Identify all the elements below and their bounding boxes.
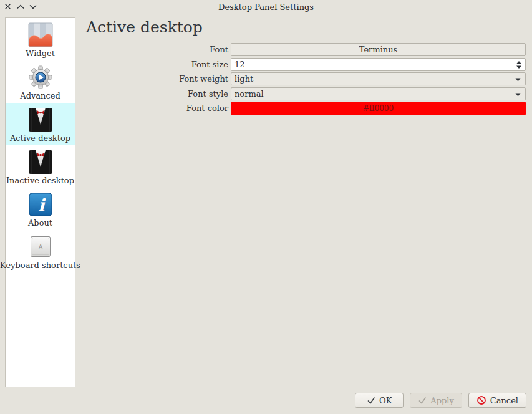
font-style-dropdown[interactable]: normal — [231, 87, 526, 100]
check-icon — [367, 397, 375, 404]
cancel-button-label: Cancel — [490, 396, 518, 405]
widget-chart-icon — [28, 22, 53, 47]
window-title: Desktop Panel Settings — [0, 2, 532, 12]
sidebar: Widget — [5, 17, 75, 387]
font-weight-dropdown[interactable]: light — [231, 72, 526, 85]
font-value: Terminus — [359, 45, 397, 54]
sidebar-item-active-desktop[interactable]: Active desktop — [6, 103, 75, 145]
font-size-row: Font size 12 — [81, 58, 526, 71]
apply-button[interactable]: Apply — [410, 393, 462, 408]
font-style-label: Font style — [81, 89, 231, 99]
font-style-row: Font style normal — [81, 87, 526, 100]
font-color-button[interactable]: #ff0000 — [231, 102, 526, 115]
keyboard-key-icon: A — [28, 234, 53, 259]
font-chooser-button[interactable]: Terminus — [231, 43, 526, 56]
sidebar-item-label: Advanced — [20, 91, 60, 101]
svg-text:A: A — [38, 244, 42, 250]
font-color-row: Font color #ff0000 — [81, 102, 526, 115]
sidebar-item-about[interactable]: i About — [6, 188, 75, 230]
font-label: Font — [81, 45, 231, 54]
tuxedo-icon — [28, 107, 53, 132]
settings-form: Font Terminus Font size 12 Font weight l… — [81, 43, 526, 117]
chevron-down-icon — [515, 93, 521, 97]
font-style-value: normal — [235, 89, 264, 99]
sidebar-item-label: Widget — [26, 49, 55, 59]
font-size-label: Font size — [81, 60, 231, 69]
apply-button-label: Apply — [430, 396, 454, 405]
sidebar-item-label: Keyboard shortcuts — [0, 261, 80, 271]
tuxedo-icon — [28, 150, 53, 175]
sidebar-item-widget[interactable]: Widget — [6, 18, 75, 60]
font-size-value: 12 — [235, 60, 245, 69]
sidebar-item-inactive-desktop[interactable]: Inactive desktop — [6, 145, 75, 188]
sidebar-item-label: About — [28, 218, 52, 228]
titlebar: Desktop Panel Settings — [0, 0, 532, 15]
dialog-footer: OK Apply Cancel — [355, 393, 526, 408]
sidebar-item-keyboard-shortcuts[interactable]: A Keyboard shortcuts — [6, 230, 75, 272]
spinner-arrows-icon[interactable] — [516, 60, 522, 69]
font-color-label: Font color — [81, 104, 231, 113]
cancel-button[interactable]: Cancel — [468, 393, 526, 408]
font-row: Font Terminus — [81, 43, 526, 56]
font-weight-label: Font weight — [81, 74, 231, 84]
sidebar-item-label: Active desktop — [10, 133, 70, 143]
ok-button-label: OK — [379, 396, 392, 405]
font-weight-row: Font weight light — [81, 72, 526, 85]
sidebar-item-advanced[interactable]: Advanced — [6, 60, 75, 103]
font-size-spinner[interactable]: 12 — [231, 58, 526, 71]
chevron-down-icon — [515, 78, 521, 82]
info-icon: i — [28, 192, 53, 217]
ok-button[interactable]: OK — [355, 393, 404, 408]
font-color-value: #ff0000 — [363, 104, 394, 113]
font-weight-value: light — [235, 74, 253, 84]
page-title: Active desktop — [86, 18, 203, 36]
check-icon — [418, 397, 427, 404]
no-sign-icon — [476, 395, 486, 405]
desktop-panel-settings-window: Desktop Panel Settings — [0, 0, 532, 414]
gear-icon — [28, 65, 53, 90]
sidebar-item-label: Inactive desktop — [6, 176, 74, 186]
